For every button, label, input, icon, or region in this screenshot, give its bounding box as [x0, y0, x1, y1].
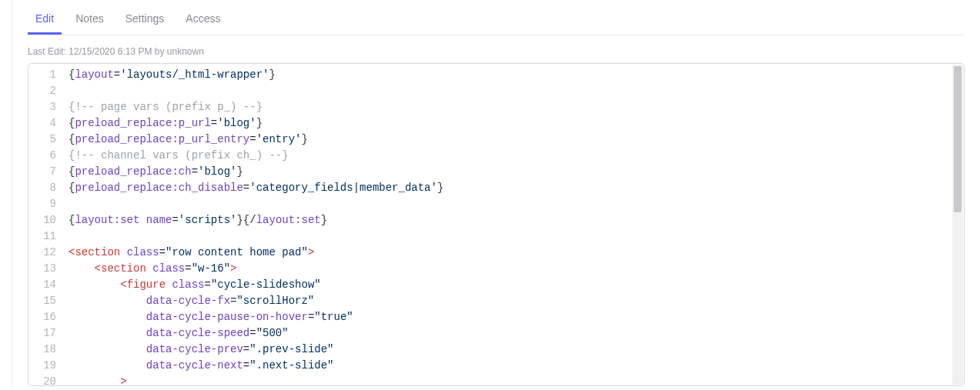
code-line: {!-- channel vars (prefix ch_) --}: [69, 148, 964, 164]
code-line: data-cycle-pause-on-hover="true": [69, 309, 964, 325]
code-line: data-cycle-fx="scrollHorz": [69, 293, 964, 309]
code-line: [69, 83, 964, 99]
tab-notes[interactable]: Notes: [68, 6, 112, 35]
code-line: <section class="row content home pad">: [69, 245, 964, 261]
code-line: {!-- page vars (prefix p_) --}: [69, 99, 964, 115]
code-line: {preload_replace:p_url_entry='entry'}: [69, 132, 964, 148]
code-line: {layout='layouts/_html-wrapper'}: [69, 67, 964, 83]
code-line: <figure class="cycle-slideshow": [69, 277, 964, 293]
code-line: data-cycle-speed="500": [69, 325, 964, 342]
tab-edit[interactable]: Edit: [28, 6, 62, 35]
code-line: [69, 228, 964, 245]
code-line: data-cycle-next=".next-slide": [69, 358, 964, 374]
line-gutter: 1 2 3 4 5 6 7 8 9 10 11 12 13 14 15 16 1…: [28, 67, 62, 386]
code-line: <section class="w-16">: [69, 261, 964, 277]
last-edit-label: Last Edit: 12/15/2020 6:13 PM by unknown: [28, 35, 965, 63]
code-line: data-cycle-prev=".prev-slide": [69, 342, 964, 358]
code-line: {preload_replace:ch_disable='category_fi…: [69, 180, 964, 196]
code-line: {preload_replace:ch='blog'}: [69, 164, 964, 180]
tab-settings[interactable]: Settings: [118, 6, 172, 35]
scrollbar-thumb[interactable]: [954, 66, 962, 212]
scrollbar-track[interactable]: [952, 65, 963, 385]
code-line: {preload_replace:p_url='blog'}: [69, 115, 964, 132]
code-line: {layout:set name='scripts'}{/layout:set}: [69, 212, 964, 228]
code-content[interactable]: {layout='layouts/_html-wrapper'} {!-- pa…: [62, 67, 964, 386]
code-line: [69, 196, 964, 212]
editor-panel: Edit Notes Settings Access Last Edit: 12…: [12, 0, 980, 386]
tab-access[interactable]: Access: [178, 6, 228, 35]
code-editor[interactable]: 1 2 3 4 5 6 7 8 9 10 11 12 13 14 15 16 1…: [28, 63, 965, 386]
code-line: >: [69, 374, 964, 386]
tab-strip: Edit Notes Settings Access: [28, 0, 965, 35]
